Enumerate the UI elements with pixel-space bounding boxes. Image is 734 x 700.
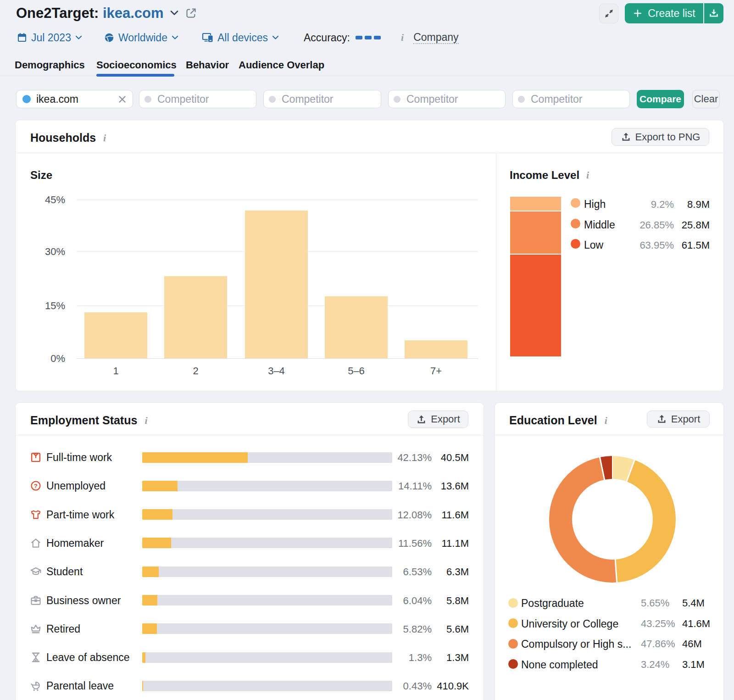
svg-text:?: ?	[34, 483, 38, 489]
